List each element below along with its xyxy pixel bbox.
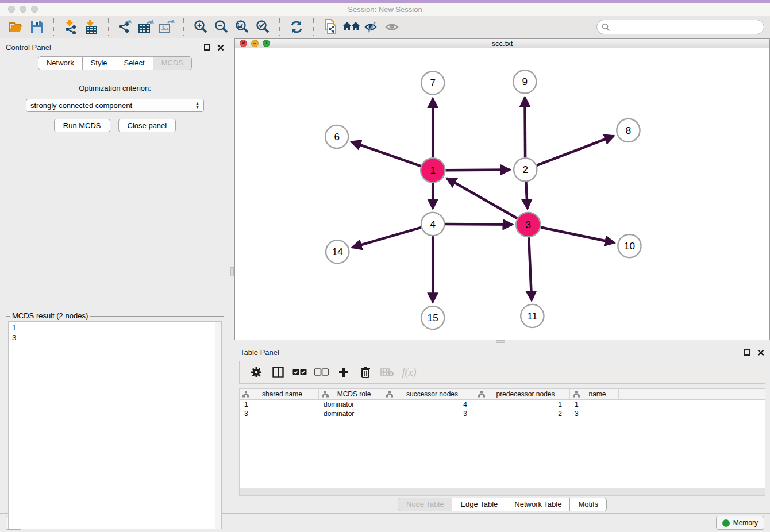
export-image-icon[interactable] bbox=[158, 18, 175, 36]
table-cell[interactable]: 4 bbox=[383, 400, 475, 409]
horizontal-splitter[interactable] bbox=[234, 340, 770, 344]
control-panel-float-button[interactable] bbox=[204, 44, 210, 51]
search-field[interactable] bbox=[596, 20, 764, 34]
table-tab-node-table[interactable]: Node Table bbox=[398, 498, 453, 511]
zoom-fit-icon[interactable] bbox=[233, 18, 251, 36]
network-close-button[interactable]: ✕ bbox=[240, 40, 247, 47]
table-tab-network-table[interactable]: Network Table bbox=[506, 498, 570, 511]
deselect-all-rows-icon[interactable] bbox=[311, 365, 333, 380]
edge-4-3[interactable] bbox=[445, 224, 512, 225]
run-mcds-button[interactable]: Run MCDS bbox=[54, 119, 110, 132]
edge-3-10[interactable] bbox=[541, 227, 614, 242]
zoom-selected-icon[interactable] bbox=[254, 18, 271, 36]
show-all-icon[interactable] bbox=[384, 18, 401, 36]
control-panel-close-button[interactable] bbox=[217, 44, 224, 51]
table-row[interactable]: 3dominator323 bbox=[240, 409, 765, 418]
table-cell[interactable]: 3 bbox=[570, 409, 619, 418]
import-network-icon[interactable] bbox=[62, 18, 79, 36]
show-column-panel-icon[interactable] bbox=[267, 365, 289, 380]
edge-2-8[interactable] bbox=[537, 136, 614, 165]
tab-network[interactable]: Network bbox=[38, 56, 83, 70]
criterion-select[interactable]: strongly connected component ▲▼ bbox=[26, 99, 204, 112]
column-type-icon bbox=[573, 391, 580, 398]
open-session-icon[interactable] bbox=[7, 18, 25, 36]
toolbar-separator bbox=[313, 18, 314, 36]
select-all-rows-icon[interactable] bbox=[289, 365, 311, 380]
table-tab-edge-table[interactable]: Edge Table bbox=[452, 498, 506, 511]
edge-2-3[interactable] bbox=[526, 182, 527, 208]
column-header-shared-name[interactable]: shared name bbox=[240, 389, 319, 399]
table-header-row: shared nameMCDS rolesuccessor nodesprede… bbox=[240, 389, 765, 400]
hide-selected-icon[interactable] bbox=[363, 18, 380, 36]
column-type-icon bbox=[242, 391, 249, 398]
tab-mcds[interactable]: MCDS bbox=[153, 56, 192, 70]
table-cell[interactable]: 2 bbox=[475, 409, 570, 418]
toolbar-separator bbox=[279, 18, 280, 36]
search-icon bbox=[602, 23, 610, 32]
table-settings-gear-icon[interactable] bbox=[245, 365, 267, 380]
search-input[interactable] bbox=[614, 23, 759, 32]
node-label-11: 11 bbox=[527, 311, 537, 322]
edge-1-2[interactable] bbox=[445, 169, 510, 170]
network-graph[interactable]: 7961284314101511 bbox=[235, 48, 769, 340]
edge-2-9[interactable] bbox=[525, 97, 525, 157]
vertical-splitter[interactable] bbox=[230, 38, 234, 513]
memory-button[interactable]: Memory bbox=[716, 516, 764, 530]
column-header-successor-nodes[interactable]: successor nodes bbox=[383, 389, 475, 399]
export-network-icon[interactable] bbox=[117, 18, 134, 36]
mcds-result-text[interactable]: 1 3 bbox=[9, 322, 215, 529]
zoom-in-icon[interactable] bbox=[192, 18, 209, 36]
table-row[interactable]: 1dominator411 bbox=[240, 400, 765, 409]
node-table: shared nameMCDS rolesuccessor nodesprede… bbox=[239, 388, 765, 496]
column-header-MCDS-role[interactable]: MCDS role bbox=[319, 389, 383, 399]
column-header-name[interactable]: name bbox=[570, 389, 619, 399]
table-cell[interactable]: dominator bbox=[319, 409, 383, 418]
table-panel-title: Table Panel bbox=[240, 348, 279, 357]
save-session-icon[interactable] bbox=[28, 18, 45, 36]
network-minimize-button[interactable]: − bbox=[251, 40, 259, 47]
node-label-8: 8 bbox=[626, 125, 632, 136]
node-label-2: 2 bbox=[523, 164, 529, 175]
delete-column-icon[interactable] bbox=[355, 365, 376, 380]
table-panel-float-button[interactable] bbox=[744, 349, 750, 356]
zoom-out-icon[interactable] bbox=[213, 18, 230, 36]
close-panel-button[interactable]: Close panel bbox=[118, 119, 176, 132]
table-cell[interactable]: 1 bbox=[570, 400, 619, 409]
network-zoom-button[interactable]: + bbox=[263, 40, 270, 47]
table-toolbar: f(x) bbox=[239, 361, 765, 384]
column-type-icon bbox=[386, 391, 393, 398]
result-scrollbar[interactable] bbox=[215, 322, 221, 529]
splitter-handle[interactable] bbox=[230, 267, 234, 276]
edge-3-11[interactable] bbox=[529, 237, 532, 300]
create-column-icon[interactable] bbox=[333, 365, 355, 380]
table-cell[interactable]: 3 bbox=[240, 409, 319, 418]
table-cell[interactable]: 3 bbox=[383, 409, 475, 418]
column-header-predecessor-nodes[interactable]: predecessor nodes bbox=[475, 389, 570, 399]
edge-1-6[interactable] bbox=[352, 142, 421, 166]
splitter-handle[interactable] bbox=[496, 340, 505, 343]
optimization-criterion-label: Optimization criterion: bbox=[0, 84, 230, 92]
control-panel-title: Control Panel bbox=[6, 43, 51, 52]
edge-4-14[interactable] bbox=[352, 228, 421, 248]
export-table-icon[interactable] bbox=[137, 18, 155, 36]
first-neighbors-icon[interactable] bbox=[342, 18, 360, 36]
refresh-icon[interactable] bbox=[288, 18, 305, 36]
import-table-icon[interactable] bbox=[83, 18, 100, 36]
memory-status-icon bbox=[722, 519, 730, 527]
table-tab-motifs[interactable]: Motifs bbox=[569, 498, 607, 511]
node-label-15: 15 bbox=[428, 313, 438, 323]
table-cell[interactable]: 1 bbox=[240, 400, 319, 409]
tab-style[interactable]: Style bbox=[82, 56, 116, 70]
clone-network-icon[interactable] bbox=[322, 18, 339, 36]
table-panel-close-button[interactable] bbox=[757, 349, 764, 356]
edge-3-1[interactable] bbox=[447, 178, 517, 218]
delete-table-icon-disabled bbox=[376, 365, 398, 380]
memory-label: Memory bbox=[733, 519, 758, 527]
mcds-panel: Optimization criterion: strongly connect… bbox=[0, 70, 230, 513]
network-canvas[interactable]: 7961284314101511 bbox=[235, 48, 769, 340]
column-type-icon bbox=[478, 391, 485, 398]
tab-select[interactable]: Select bbox=[116, 56, 153, 70]
table-horizontal-scrollbar[interactable] bbox=[240, 488, 765, 495]
table-cell[interactable]: dominator bbox=[319, 400, 383, 409]
table-cell[interactable]: 1 bbox=[475, 400, 570, 409]
